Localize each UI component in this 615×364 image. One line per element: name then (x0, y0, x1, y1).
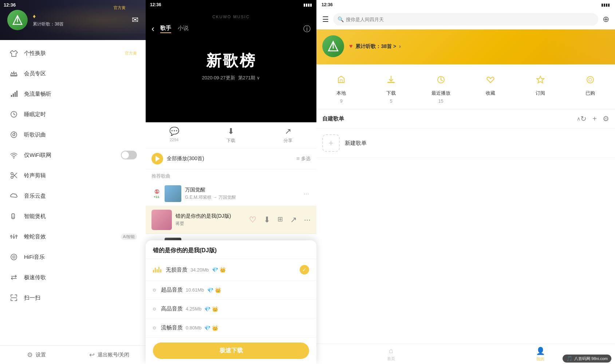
wifi-toggle[interactable] (121, 151, 137, 159)
svg-point-9 (13, 134, 15, 136)
settings-playlist-icon[interactable]: ⚙ (603, 114, 609, 123)
more-song-icon[interactable]: ↗ (290, 215, 297, 225)
q-badges-lossless: 💎 👑 (212, 267, 226, 273)
q-size-super: 10.61Mb (186, 287, 204, 293)
quality-smooth[interactable]: 流畅音质 0.80Mb 💎 👑 (146, 318, 316, 337)
dot-high (153, 308, 156, 310)
search-bar[interactable]: 🔍 (333, 13, 598, 25)
qa-download[interactable]: 下载 5 (366, 72, 416, 104)
new-playlist-label: 新建歌单 (345, 140, 367, 147)
equalizer-icon (9, 232, 19, 242)
song-item-1[interactable]: ① +11 万国觉醒 G.E.M.邓紫棋 → 万国觉醒 ··· (146, 182, 316, 206)
qa-purchased[interactable]: 已购 (565, 72, 615, 104)
user-header: 12:36 ♦ 累计听歌：38首 官方黄 ✉ (0, 0, 146, 40)
more-btn-1[interactable]: ··· (302, 190, 311, 198)
avatar-left[interactable] (7, 10, 28, 30)
qa-subscribe[interactable]: 订阅 (516, 72, 565, 104)
refresh-icon[interactable]: ↻ (580, 114, 587, 123)
download-icon-qa (383, 72, 399, 88)
recent-icon (433, 72, 449, 88)
avatar-right[interactable] (322, 35, 344, 57)
album-subtitle: 2020·09·27更新 第271期 ∨ (202, 75, 260, 81)
play-all-btn[interactable] (151, 153, 163, 165)
qa-recent[interactable]: 最近播放 15 (416, 72, 466, 104)
download-action[interactable]: ⬇ 下载 (202, 122, 259, 148)
menu-item-identify[interactable]: 听歌识曲 (0, 124, 146, 145)
menu-item-ringtone[interactable]: 铃声剪辑 (0, 165, 146, 186)
menu-label-cloud: 音乐云盘 (24, 193, 137, 199)
album-title: 新歌榜 (206, 51, 256, 71)
home-icon: ⌂ (389, 347, 393, 355)
multi-select[interactable]: ≡ 多选 (296, 155, 311, 162)
add-playlist-icon[interactable]: + (592, 115, 597, 123)
speaker-icon (9, 211, 19, 221)
playlist-count-text: 全部播放(300首) (167, 155, 204, 161)
add-icon[interactable]: ⊕ (603, 15, 609, 24)
ph-actions: ↻ + ⚙ (580, 114, 609, 123)
download-song-icon[interactable]: ⬇ (264, 215, 270, 225)
settings-btn[interactable]: ⚙ 设置 (0, 351, 73, 359)
playing-actions-row: ♡ ⬇ ⊞ ↗ ··· (249, 215, 311, 225)
svg-rect-30 (340, 80, 342, 83)
right-header: ☰ 🔍 ⊕ (316, 9, 615, 29)
q-badges-super: 💎 👑 (207, 287, 221, 293)
menu-item-equalizer[interactable]: 蝰蛇音效 AI智能 (0, 226, 146, 247)
menu-list: 个性换肤 官方黄 会员专区 免流量畅听 睡眠定时 听歌识曲 (0, 40, 146, 345)
tab-novel[interactable]: 小说 (178, 25, 189, 33)
svg-point-23 (16, 235, 17, 237)
bnr-home[interactable]: ⌂ 首页 (316, 347, 466, 361)
menu-item-traffic[interactable]: 免流量畅听 (0, 84, 146, 104)
tab-singer[interactable]: 歌手 (160, 25, 171, 33)
qa-count-local: 9 (340, 99, 343, 104)
logout-btn[interactable]: ↩ 退出账号/关闭 (73, 351, 146, 359)
hifi-icon (9, 252, 19, 262)
menu-item-transfer[interactable]: 极速传歌 (0, 267, 146, 288)
share-action[interactable]: ↗ 分享 (260, 122, 316, 148)
action-row: 💬 2294 ⬇ 下载 ↗ 分享 (146, 122, 316, 149)
song-thumb-1 (165, 185, 181, 202)
comment-count: 2294 (170, 138, 178, 142)
share-song-icon[interactable]: ⊞ (277, 215, 283, 225)
svg-point-10 (13, 158, 15, 159)
menu-item-skin[interactable]: 个性换肤 官方黄 (0, 43, 146, 63)
qa-collect[interactable]: 收藏 (466, 72, 516, 104)
heart-icon[interactable]: ♡ (249, 215, 256, 225)
download-dialog: 错的是你伤的是我(DJ版) 无损音质 34.20Mb 💎 👑 ✓ 超品音质 10… (146, 240, 316, 364)
q-label-high: 高品音质 (161, 305, 183, 312)
fast-download-btn[interactable]: 极速下载 (153, 343, 309, 359)
playlist-panel-header: 自建歌单 ∧ ↻ + ⚙ (316, 109, 615, 128)
heart-icon-banner: ♥ (349, 43, 353, 49)
search-input[interactable] (346, 17, 594, 22)
diamond-icon-left: ♦ (33, 13, 36, 19)
kuwo-logo: CKUWO MUSIC (212, 15, 250, 19)
quality-high[interactable]: 高品音质 4.25Mb 💎 👑 (146, 300, 316, 318)
q-label-super: 超品音质 (161, 286, 183, 293)
menu-item-cloud[interactable]: 音乐云盘 (0, 186, 146, 206)
battery-icon-right: ▮▮▮▮ (601, 3, 610, 7)
playing-thumb (151, 210, 172, 230)
quality-lossless[interactable]: 无损音质 34.20Mb 💎 👑 ✓ (146, 259, 316, 281)
qa-label-collect: 收藏 (486, 90, 495, 96)
qa-local[interactable]: 本地 9 (316, 72, 366, 104)
menu-item-hifi[interactable]: HiFi音乐 (0, 247, 146, 267)
menu-item-wifi[interactable]: 仅WiFi联网 (0, 145, 146, 165)
mail-icon[interactable]: ✉ (132, 15, 138, 25)
quality-super[interactable]: 超品音质 10.61Mb 💎 👑 (146, 281, 316, 300)
new-playlist-btn[interactable]: + 新建歌单 (316, 128, 615, 158)
menu-item-vip[interactable]: 会员专区 (0, 63, 146, 84)
hamburger-icon[interactable]: ☰ (322, 15, 329, 24)
playlist-panel: 自建歌单 ∧ ↻ + ⚙ + 新建歌单 (316, 109, 615, 344)
banner-info-right: ♥ 累计听歌：38首 > › (349, 43, 401, 50)
status-icons-right: ▮▮▮▮ (601, 3, 610, 7)
svg-rect-5 (15, 92, 16, 97)
back-btn-middle[interactable]: ‹ (151, 24, 154, 34)
status-bar-right: 12:36 ▮▮▮▮ (316, 0, 615, 9)
comment-action[interactable]: 💬 2294 (146, 122, 202, 148)
menu-item-smart[interactable]: 智能煲机 (0, 206, 146, 226)
ellipsis-icon[interactable]: ··· (304, 215, 311, 225)
menu-item-sleep[interactable]: 睡眠定时 (0, 104, 146, 124)
info-icon-middle[interactable]: ⓘ (303, 24, 311, 34)
menu-item-scan[interactable]: 扫一扫 (0, 288, 146, 308)
left-sidebar: 12:36 ♦ 累计听歌：38首 官方黄 ✉ 个性换肤 官方黄 (0, 0, 146, 364)
crown-badge-smooth: 👑 (212, 325, 218, 331)
